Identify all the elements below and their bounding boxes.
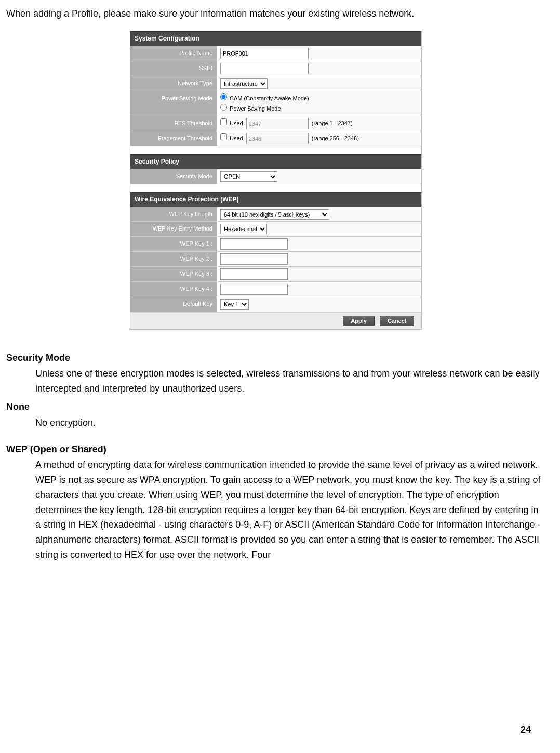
wep-heading: WEP (Open or Shared) [6,442,545,457]
frag-value-input[interactable] [246,133,309,144]
wep-key-2-input[interactable] [220,253,288,265]
profile-name-input[interactable] [220,48,309,59]
power-cam-radio[interactable] [220,93,227,100]
wep-key-3-label: WEP Key 3 : [130,267,217,281]
power-saving-label: Power Saving Mode [130,91,217,116]
system-config-header: System Configuration [130,31,421,46]
wep-key-3-input[interactable] [220,268,288,280]
button-row: Apply Cancel [130,312,421,329]
wep-key-4-input[interactable] [220,284,288,295]
security-policy-header: Security Policy [130,154,421,169]
default-key-select[interactable]: Key 1 [220,299,249,310]
none-body: No encryption. [35,415,545,431]
wep-entry-method-select[interactable]: Hexadecimal [220,224,267,234]
power-psm-label: Power Saving Mode [230,105,281,112]
config-panel: System Configuration Profile Name SSID N… [130,31,422,330]
profile-name-label: Profile Name [130,46,217,61]
none-heading: None [6,399,545,414]
network-type-label: Network Type [130,76,217,91]
security-mode-body: Unless one of these encryption modes is … [35,366,545,396]
wep-entry-method-label: WEP Key Entry Method [130,222,217,236]
intro-text: When adding a Profile, please make sure … [6,6,545,21]
page-number: 24 [521,722,531,737]
default-key-label: Default Key [130,297,217,312]
ssid-input[interactable] [220,63,309,74]
wep-key-length-label: WEP Key Length [130,207,217,222]
rts-label: RTS Threshold [130,116,217,131]
power-cam-label: CAM (Constantly Awake Mode) [230,95,309,101]
rts-range-text: (range 1 - 2347) [312,119,353,128]
security-mode-heading: Security Mode [6,351,545,366]
power-psm-radio[interactable] [220,104,227,111]
wep-key-1-input[interactable] [220,238,288,250]
rts-used-label: Used [230,120,243,126]
security-mode-label: Security Mode [130,169,217,184]
wep-key-length-select[interactable]: 64 bit (10 hex digits / 5 ascii keys) [220,209,329,220]
security-mode-select[interactable]: OPEN [220,171,277,182]
frag-used-label: Used [230,135,243,141]
network-type-select[interactable]: Infrastructure [220,78,268,89]
wep-key-2-label: WEP Key 2 : [130,252,217,266]
wep-key-1-label: WEP Key 1 : [130,237,217,251]
frag-used-checkbox[interactable] [220,133,227,140]
rts-used-checkbox[interactable] [220,118,227,125]
frag-label: Fragement Threshold [130,131,217,146]
wep-header: Wire Equivalence Protection (WEP) [130,192,421,207]
rts-value-input[interactable] [246,118,309,129]
wep-body: A method of encrypting data for wireless… [35,458,545,562]
wep-key-4-label: WEP Key 4 : [130,282,217,297]
apply-button[interactable]: Apply [343,316,375,326]
frag-range-text: (range 256 - 2346) [312,134,359,143]
ssid-label: SSID [130,61,217,76]
cancel-button[interactable]: Cancel [380,316,414,326]
